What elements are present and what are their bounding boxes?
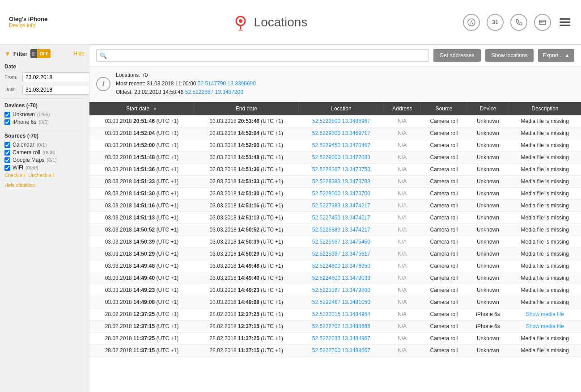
media-link[interactable]: Show media file (526, 311, 564, 317)
cell-start-date: 03.03.2018 14:50:29 (UTC +1) (89, 248, 194, 260)
source-googlemaps-checkbox[interactable] (4, 157, 10, 163)
cell-location[interactable]: 52.5222700 13.3488667 (299, 344, 384, 356)
app-store-icon-btn[interactable]: A (463, 14, 480, 31)
source-cameraroll-row: Camera roll (0/38) (4, 149, 85, 156)
location-link[interactable]: 52.5225667 13.3475450 (312, 239, 370, 245)
table-row: 03.03.2018 14:50:39 (UTC +1)03.03.2018 1… (89, 236, 581, 248)
location-link[interactable]: 52.5227450 13.3474217 (312, 215, 370, 221)
calendar-icon-btn[interactable]: 31 (487, 14, 504, 31)
filter-label: Filter (13, 51, 28, 57)
cell-location[interactable]: 52.5229300 13.3469717 (299, 127, 384, 139)
location-link[interactable]: 52.5229450 13.3470467 (312, 142, 370, 148)
cell-start-date: 03.03.2018 14:52:00 (UTC +1) (89, 139, 194, 151)
cell-source: Camera roll (421, 139, 467, 151)
col-source[interactable]: Source (421, 102, 467, 115)
location-link[interactable]: 52.5222700 13.3488667 (312, 347, 370, 354)
cell-location[interactable]: 52.5228367 13.3473750 (299, 163, 384, 175)
source-cameraroll-checkbox[interactable] (4, 150, 10, 156)
cell-location[interactable]: 52.5229450 13.3470467 (299, 139, 384, 151)
cell-location[interactable]: 52.5226883 13.3474217 (299, 223, 384, 236)
location-link[interactable]: 52.5229300 13.3469717 (312, 130, 370, 136)
cell-description[interactable]: Show media file (509, 320, 581, 332)
cell-description: Media file is missing (509, 236, 581, 248)
location-link[interactable]: 52.5227383 13.3474217 (312, 202, 370, 209)
media-link[interactable]: Show media file (526, 323, 564, 329)
cell-location[interactable]: 52.5227450 13.3474217 (299, 211, 384, 223)
cell-start-date: 03.03.2018 14:49:48 (UTC +1) (89, 260, 194, 272)
location-link[interactable]: 52.5224800 13.3479033 (312, 275, 370, 281)
table-row: 03.03.2018 14:51:36 (UTC +1)03.03.2018 1… (89, 163, 581, 175)
location-link[interactable]: 52.5228383 13.3473783 (312, 178, 370, 185)
cell-address: N/A (384, 332, 420, 344)
menu-icon-btn[interactable] (558, 17, 572, 28)
cell-location[interactable]: 52.5222800 13.3486967 (299, 115, 384, 127)
location-link[interactable]: 52.5228000 13.3473700 (312, 190, 370, 197)
cell-location[interactable]: 52.5228383 13.3473783 (299, 175, 384, 187)
hide-statistics-link[interactable]: Hide statistics (4, 182, 85, 188)
oldest-link[interactable]: 52.5222667 13.3487200 (185, 89, 243, 95)
show-locations-button[interactable]: Show locations (485, 49, 534, 62)
cell-description: Media file is missing (509, 296, 581, 308)
location-link[interactable]: 52.5222467 13.3481050 (312, 299, 370, 305)
search-input[interactable] (96, 49, 429, 62)
header-icons: A 31 (463, 14, 572, 31)
location-link[interactable]: 52.5226883 13.3474217 (312, 227, 370, 233)
card-icon-btn[interactable] (534, 14, 551, 31)
device-info-link[interactable]: Device info (9, 22, 76, 29)
phone-icon-btn[interactable] (510, 14, 527, 31)
cell-location[interactable]: 52.5225367 13.3475617 (299, 248, 384, 260)
cell-start-date: 03.03.2018 14:49:08 (UTC +1) (89, 296, 194, 308)
cell-description: Media file is missing (509, 332, 581, 344)
cell-description[interactable]: Show media file (509, 308, 581, 320)
cell-location[interactable]: 52.5222015 13.3484964 (299, 308, 384, 320)
cell-location[interactable]: 52.5222702 13.3488665 (299, 320, 384, 332)
cell-address: N/A (384, 127, 420, 139)
cell-location[interactable]: 52.5224800 13.3478950 (299, 260, 384, 272)
cell-location[interactable]: 52.5227383 13.3474217 (299, 199, 384, 211)
device-iphone6s-checkbox[interactable] (4, 119, 10, 125)
get-addresses-button[interactable]: Get addresses (433, 49, 481, 62)
location-link[interactable]: 52.5222800 13.3486967 (312, 118, 370, 124)
until-date-input[interactable] (22, 85, 89, 95)
col-device[interactable]: Device (467, 102, 509, 115)
hamburger-line-1 (560, 18, 570, 20)
location-link[interactable]: 52.5223367 13.3479800 (312, 287, 370, 293)
cell-device: Unknown (467, 332, 509, 344)
export-button[interactable]: Export... ▲ (538, 49, 574, 62)
cell-start-date: 03.03.2018 14:51:30 (UTC +1) (89, 187, 194, 199)
source-wifi-checkbox[interactable] (4, 165, 10, 171)
most-recent-link[interactable]: 52.5147790 13.3390690 (198, 80, 256, 87)
from-date-input[interactable] (22, 72, 89, 82)
cell-description: Media file is missing (509, 139, 581, 151)
cell-description: Media file is missing (509, 272, 581, 284)
location-link[interactable]: 52.5222033 13.3484967 (312, 335, 370, 341)
location-link[interactable]: 52.5225367 13.3475617 (312, 251, 370, 257)
location-link[interactable]: 52.5224800 13.3478950 (312, 263, 370, 269)
device-unknown-checkbox[interactable] (4, 112, 10, 118)
layout: ▼ Filter ||| OFF Hide Date From: 📅 Until… (0, 45, 581, 392)
col-end-date[interactable]: End date (194, 102, 299, 115)
location-link[interactable]: 52.5222015 13.3484964 (312, 311, 370, 317)
cell-location[interactable]: 52.5222033 13.3484967 (299, 332, 384, 344)
cell-location[interactable]: 52.5228000 13.3473700 (299, 187, 384, 199)
col-start-date[interactable]: Start date ▼ (89, 102, 194, 115)
cell-end-date: 28.02.2018 11:37:15 (UTC +1) (194, 344, 299, 356)
cell-location[interactable]: 52.5229000 13.3472083 (299, 151, 384, 163)
cell-location[interactable]: 52.5225667 13.3475450 (299, 236, 384, 248)
device-unknown-row: Unknown (0/65) (4, 111, 85, 118)
location-link[interactable]: 52.5222702 13.3488665 (312, 323, 370, 329)
cell-location[interactable]: 52.5222467 13.3481050 (299, 296, 384, 308)
location-link[interactable]: 52.5229000 13.3472083 (312, 154, 370, 160)
cell-location[interactable]: 52.5224800 13.3479033 (299, 272, 384, 284)
hide-button[interactable]: Hide (73, 51, 85, 57)
location-link[interactable]: 52.5228367 13.3473750 (312, 166, 370, 173)
filter-toggle[interactable]: ||| OFF (30, 49, 51, 58)
col-location[interactable]: Location (299, 102, 384, 115)
check-all-link[interactable]: Check all (4, 173, 25, 178)
col-address[interactable]: Address (384, 102, 420, 115)
col-description[interactable]: Description (509, 102, 581, 115)
uncheck-all-link[interactable]: Uncheck all (28, 173, 54, 178)
source-calendar-checkbox[interactable] (4, 142, 10, 148)
cell-start-date: 28.02.2018 11:37:15 (UTC +1) (89, 344, 194, 356)
cell-location[interactable]: 52.5223367 13.3479800 (299, 284, 384, 296)
